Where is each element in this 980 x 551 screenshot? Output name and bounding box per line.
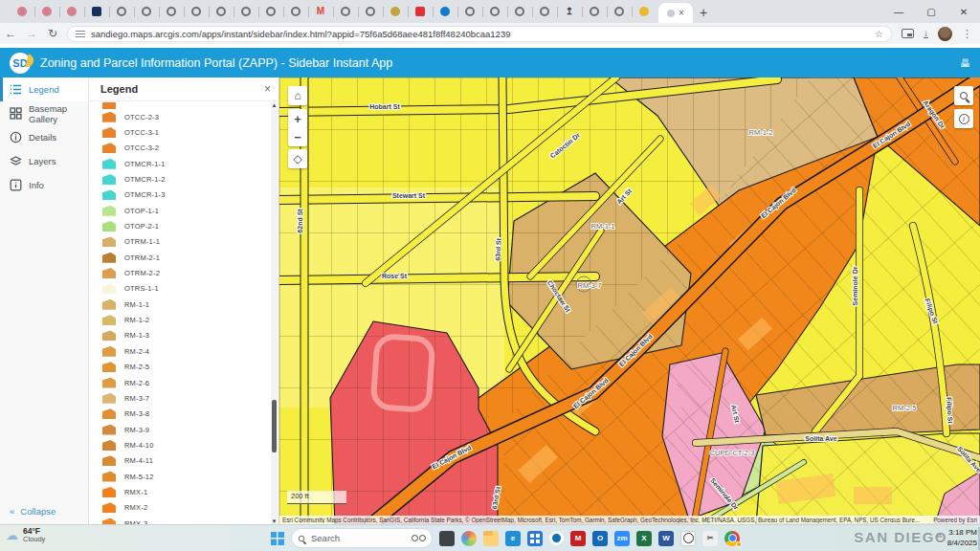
- pinned-tab[interactable]: [34, 2, 59, 21]
- legend-swatch: [102, 127, 116, 138]
- word-icon[interactable]: W: [658, 531, 674, 546]
- zoning-map[interactable]: Hobart St Stewart St Rose St 62nd St 63r…: [279, 77, 980, 524]
- tab-favicon: [390, 7, 400, 16]
- copilot-app-icon[interactable]: [461, 531, 477, 546]
- collapse-button[interactable]: « Collapse: [0, 506, 89, 517]
- new-tab-button[interactable]: +: [693, 2, 714, 23]
- pinned-tab[interactable]: [532, 2, 557, 21]
- legend-close-icon[interactable]: ×: [264, 82, 271, 96]
- edge-browser-icon[interactable]: e: [505, 531, 521, 546]
- pinned-tab[interactable]: [234, 2, 258, 21]
- legend-item: OTRS-1-1: [102, 281, 267, 297]
- pinned-tab[interactable]: [258, 2, 283, 21]
- pinned-tab[interactable]: [482, 2, 507, 21]
- pinned-tab[interactable]: [109, 2, 134, 21]
- scroll-up-icon[interactable]: ▲: [271, 102, 278, 108]
- legend-code: OTMCR-1-3: [124, 190, 166, 199]
- tab-favicon: [440, 7, 450, 16]
- sidebar-item-info[interactable]: Info: [0, 173, 88, 197]
- legend-swatch: [102, 362, 116, 372]
- bookmark-star-icon[interactable]: ☆: [875, 29, 883, 39]
- pinned-tab[interactable]: [433, 2, 457, 21]
- close-button[interactable]: ✕: [947, 0, 980, 23]
- legend-code: RM-3-7: [124, 394, 149, 403]
- sidebar-item-legend[interactable]: Legend: [0, 77, 88, 101]
- san-diego-logo: SD: [10, 53, 31, 74]
- sidebar-item-basemap-gallery[interactable]: Basemap Gallery: [0, 101, 88, 125]
- scroll-thumb[interactable]: [272, 400, 277, 452]
- dell-app-icon[interactable]: [549, 531, 564, 545]
- pinned-tab[interactable]: ↥: [557, 2, 582, 21]
- excel-icon[interactable]: X: [636, 531, 652, 546]
- sidebar-item-layers[interactable]: Layers: [0, 149, 88, 173]
- pinned-tab[interactable]: [383, 2, 408, 21]
- forward-button[interactable]: →: [21, 27, 42, 40]
- weather-widget[interactable]: ☁ 64°FCloudy: [6, 527, 45, 543]
- minimize-button[interactable]: —: [882, 0, 915, 23]
- chrome-icon[interactable]: [724, 531, 740, 546]
- pinned-tab[interactable]: [134, 2, 159, 21]
- address-bar[interactable]: sandiego.maps.arcgis.com/apps/instant/si…: [67, 26, 892, 42]
- downloads-icon[interactable]: ↓: [924, 29, 928, 38]
- widgets-app-icon[interactable]: [439, 531, 455, 546]
- legend-swatch: [102, 315, 116, 325]
- legend-scrollbar[interactable]: ▲ ▼: [271, 102, 278, 524]
- street-label: 63rd St: [494, 237, 501, 261]
- pinned-tab[interactable]: [209, 2, 234, 21]
- pinned-tab[interactable]: [457, 2, 482, 21]
- pinned-tab[interactable]: [59, 2, 84, 21]
- pinned-tab[interactable]: [408, 2, 433, 21]
- start-button[interactable]: [271, 532, 284, 545]
- pinned-tab[interactable]: [84, 2, 109, 21]
- zoom-app-icon[interactable]: zm: [614, 531, 630, 546]
- legend-item: RM-4-10: [102, 437, 267, 452]
- legend-code: RM-1-1: [124, 300, 149, 309]
- map-info-button[interactable]: i: [954, 109, 973, 128]
- taskbar-search[interactable]: Search: [291, 528, 433, 548]
- pinned-tab[interactable]: [582, 2, 607, 21]
- site-settings-icon[interactable]: [76, 31, 85, 37]
- legend-code: RM-2-6: [124, 379, 149, 387]
- pinned-tab[interactable]: [10, 2, 34, 21]
- pinned-tab[interactable]: [159, 2, 184, 21]
- legend-code: OTCC-3-2: [124, 143, 159, 152]
- tab-close-icon[interactable]: ×: [679, 9, 684, 18]
- pinned-tab[interactable]: M: [308, 2, 333, 21]
- street-label: Seminole Dr: [852, 266, 858, 305]
- reload-button[interactable]: ↻: [42, 27, 63, 40]
- active-tab[interactable]: ×: [658, 3, 693, 23]
- mcafee-icon[interactable]: M: [570, 531, 586, 546]
- pinned-tab[interactable]: [283, 2, 308, 21]
- legend-swatch: [102, 189, 116, 200]
- taskbar-clock[interactable]: 3:18 PM 8/4/2025: [947, 527, 977, 548]
- tab-capture-icon[interactable]: [902, 29, 914, 38]
- pinned-tab[interactable]: [333, 2, 358, 21]
- pinned-tab[interactable]: [184, 2, 209, 21]
- pinned-tabs: M↥: [0, 0, 657, 23]
- url-text[interactable]: sandiego.maps.arcgis.com/apps/instant/si…: [91, 29, 869, 39]
- maximize-button[interactable]: ▢: [915, 0, 947, 23]
- sidebar-item-details[interactable]: Details: [0, 125, 88, 149]
- map-canvas[interactable]: Hobart St Stewart St Rose St 62nd St 63r…: [279, 77, 980, 524]
- tab-favicon: [142, 7, 151, 16]
- print-icon[interactable]: 🖶: [960, 57, 970, 69]
- legend-swatch: [102, 221, 116, 231]
- snip-tool-icon[interactable]: ✂: [702, 531, 718, 546]
- back-button[interactable]: ←: [0, 27, 21, 40]
- home-button[interactable]: ⌂: [288, 86, 307, 105]
- file-explorer-icon[interactable]: [483, 531, 499, 546]
- locate-button[interactable]: ◇: [288, 149, 307, 168]
- pinned-tab[interactable]: [358, 2, 383, 21]
- microsoft-store-icon[interactable]: [527, 531, 543, 546]
- browser-menu-icon[interactable]: ⋮: [962, 28, 972, 40]
- pinned-tab[interactable]: [632, 2, 657, 21]
- zoom-out-button[interactable]: −: [288, 127, 307, 146]
- clock-app-icon[interactable]: [680, 531, 696, 546]
- pinned-tab[interactable]: [507, 2, 532, 21]
- pinned-tab[interactable]: [607, 2, 632, 21]
- zoom-in-button[interactable]: +: [288, 109, 307, 128]
- profile-avatar[interactable]: [938, 27, 952, 41]
- map-search-button[interactable]: [954, 86, 973, 105]
- outlook-icon[interactable]: O: [592, 531, 608, 546]
- legend-code: RM-4-11: [124, 456, 153, 465]
